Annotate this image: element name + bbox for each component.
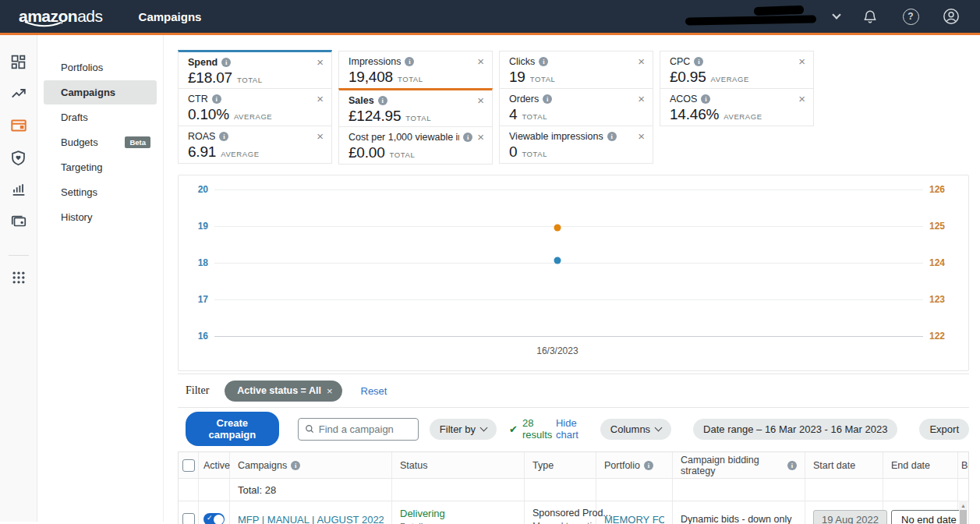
close-icon[interactable]: × xyxy=(633,130,645,142)
dashboard-icon[interactable] xyxy=(9,52,28,71)
info-icon[interactable]: i xyxy=(378,96,387,105)
search-input[interactable] xyxy=(319,423,412,435)
close-icon[interactable]: × xyxy=(794,55,805,67)
filter-band: Filter Active status = All × Reset xyxy=(178,374,969,408)
col-status[interactable]: Status xyxy=(400,460,427,471)
notifications-bell-icon[interactable] xyxy=(860,6,880,27)
export-button[interactable]: Export xyxy=(919,419,969,440)
col-portfolio[interactable]: Portfolio xyxy=(604,460,640,471)
col-budget[interactable]: Budget xyxy=(961,460,968,471)
info-icon[interactable]: i xyxy=(543,94,552,104)
right-axis-tick: 125 xyxy=(929,221,957,232)
chart-dot-spend[interactable] xyxy=(554,257,561,264)
info-icon[interactable]: i xyxy=(219,132,228,141)
col-bidding-strategy[interactable]: Campaign bidding strategy xyxy=(681,455,784,476)
col-active[interactable]: Active xyxy=(203,460,230,471)
start-date-field[interactable]: 19 Aug 2022 xyxy=(813,510,887,524)
active-status-filter-pill[interactable]: Active status = All × xyxy=(225,381,341,402)
metric-card-cpc[interactable]: CPCi× £0.95AVERAGE xyxy=(660,51,814,89)
close-icon[interactable]: × xyxy=(472,55,484,67)
columns-dropdown[interactable]: Columns xyxy=(600,419,671,440)
check-icon: ✔ xyxy=(509,423,518,435)
info-icon[interactable]: i xyxy=(701,94,710,104)
metric-card-ctr[interactable]: CTRi× 0.10%AVERAGE xyxy=(178,88,332,126)
col-campaigns[interactable]: Campaigns xyxy=(238,460,287,471)
metric-card-acos[interactable]: ACOSi× 14.46%AVERAGE xyxy=(660,88,814,126)
action-bar: Create campaign Filter by ✔ 28 results H… xyxy=(178,414,969,444)
metric-card-orders[interactable]: Ordersi× 4TOTAL xyxy=(499,88,653,126)
col-type[interactable]: Type xyxy=(532,460,554,471)
remove-filter-icon[interactable]: × xyxy=(327,385,333,397)
metric-card-clicks[interactable]: Clicksi× 19TOTAL xyxy=(499,51,653,89)
close-icon[interactable]: × xyxy=(312,130,324,142)
account-icon[interactable] xyxy=(941,6,961,27)
info-icon[interactable]: i xyxy=(463,133,472,142)
col-end-date[interactable]: End date xyxy=(891,460,930,471)
close-icon[interactable]: × xyxy=(312,56,324,68)
portfolio-link[interactable]: MEMORY FOAM ... xyxy=(604,514,664,524)
x-axis-label: 16/3/2023 xyxy=(536,345,578,356)
sidebar-item-campaigns[interactable]: Campaigns xyxy=(44,80,157,104)
col-start-date[interactable]: Start date xyxy=(813,460,855,471)
info-icon[interactable]: i xyxy=(787,461,797,470)
close-icon[interactable]: × xyxy=(633,93,645,104)
close-icon[interactable]: × xyxy=(794,93,805,104)
account-name-redacted[interactable] xyxy=(685,6,826,27)
date-range-button[interactable]: Date range – 16 Mar 2023 - 16 Mar 2023 xyxy=(693,419,897,440)
info-icon[interactable]: i xyxy=(644,461,653,470)
close-icon[interactable]: × xyxy=(633,55,645,67)
info-icon[interactable]: i xyxy=(221,58,231,67)
select-all-checkbox[interactable] xyxy=(182,459,195,472)
close-icon[interactable]: × xyxy=(472,94,484,106)
sidebar-item-settings[interactable]: Settings xyxy=(44,180,157,204)
info-icon[interactable]: i xyxy=(212,94,221,104)
info-icon[interactable]: i xyxy=(607,132,617,141)
apps-grid-icon[interactable] xyxy=(9,268,28,287)
chart-dot-sales[interactable] xyxy=(554,225,561,232)
campaigns-icon[interactable] xyxy=(9,116,28,135)
account-chevron-down-icon[interactable] xyxy=(832,10,840,19)
metric-card-cost-per-1000-viewable-impressions[interactable]: Cost per 1,000 viewable impr...i× £0.00T… xyxy=(338,126,493,165)
filter-by-dropdown[interactable]: Filter by xyxy=(430,419,497,440)
sidebar-item-budgets[interactable]: Budgets Beta xyxy=(44,130,157,154)
sidebar-item-history[interactable]: History xyxy=(44,205,157,229)
table-scrollbar[interactable]: ▲ xyxy=(959,501,968,524)
scrollbar-thumb[interactable] xyxy=(960,510,967,524)
reports-bar-chart-icon[interactable] xyxy=(9,180,28,199)
sidebar-item-portfolios[interactable]: Portfolios xyxy=(44,55,157,80)
active-toggle[interactable]: ✓ xyxy=(203,513,225,524)
info-icon[interactable]: i xyxy=(694,57,703,66)
performance-trend-icon[interactable] xyxy=(9,84,28,103)
left-axis-tick: 16 xyxy=(186,331,208,342)
navbar-right: ? xyxy=(685,6,961,27)
metric-card-spend[interactable]: Spendi× £18.07TOTAL xyxy=(178,50,332,89)
campaign-link[interactable]: MFP | MANUAL | AUGUST 2022 xyxy=(238,514,384,524)
metric-card-impressions[interactable]: Impressionsi× 19,408TOTAL xyxy=(338,51,493,89)
scroll-up-icon[interactable]: ▲ xyxy=(961,503,966,508)
chevron-down-icon xyxy=(655,424,663,432)
hide-chart-link[interactable]: Hide chart xyxy=(556,417,578,441)
help-icon[interactable]: ? xyxy=(900,6,921,27)
info-icon[interactable]: i xyxy=(539,57,548,66)
brand-safety-shield-icon[interactable] xyxy=(9,148,28,167)
row-checkbox[interactable] xyxy=(182,513,195,524)
info-icon[interactable]: i xyxy=(291,461,300,470)
left-axis-tick: 18 xyxy=(186,257,208,268)
create-campaign-button[interactable]: Create campaign xyxy=(186,412,279,446)
sidebar-item-drafts[interactable]: Drafts xyxy=(44,105,157,129)
sidebar-menu: Portfolios Campaigns Drafts Budgets Beta… xyxy=(37,35,164,522)
campaign-search-box[interactable] xyxy=(298,418,419,441)
close-icon[interactable]: × xyxy=(472,131,484,143)
close-icon[interactable]: × xyxy=(312,93,324,104)
sidebar-item-targeting[interactable]: Targeting xyxy=(44,155,157,179)
info-icon[interactable]: i xyxy=(405,57,414,66)
metric-card-sales[interactable]: Salesi× £124.95TOTAL xyxy=(338,88,493,127)
metric-card-roas[interactable]: ROASi× 6.91AVERAGE xyxy=(178,126,332,164)
metric-card-viewable-impressions[interactable]: Viewable impressionsi× 0TOTAL xyxy=(499,126,653,164)
creatives-icon[interactable] xyxy=(9,212,28,231)
right-axis-tick: 123 xyxy=(929,294,957,305)
metric-cards: Spendi× £18.07TOTAL CTRi× 0.10%AVERAGE R… xyxy=(178,51,969,165)
amazon-ads-logo[interactable]: amazonads xyxy=(19,7,103,26)
reset-filters-link[interactable]: Reset xyxy=(361,385,387,397)
end-date-field[interactable]: No end date xyxy=(891,510,967,524)
